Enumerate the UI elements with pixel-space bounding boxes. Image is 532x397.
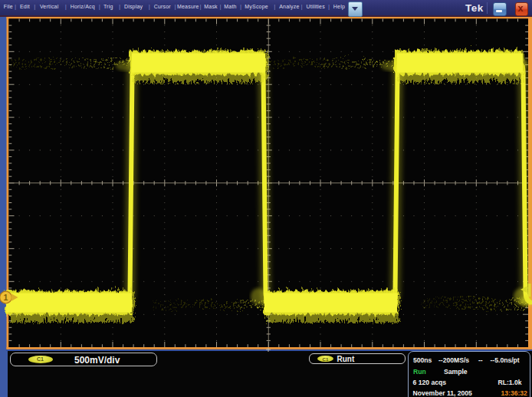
svg-text:1: 1: [4, 293, 8, 302]
